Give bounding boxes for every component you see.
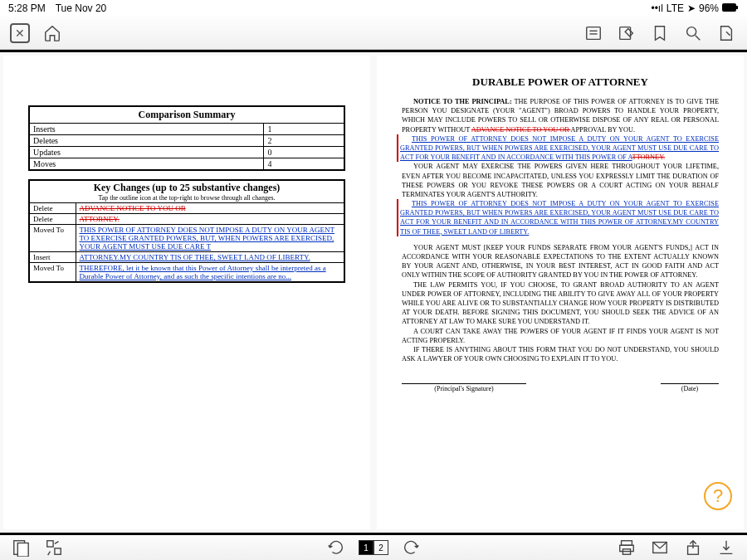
- close-button[interactable]: ✕: [10, 23, 30, 43]
- edit-icon[interactable]: [616, 22, 637, 44]
- status-bar: 5:28 PM Tue Nov 20 ••ıl LTE ➤ 96%: [0, 0, 747, 17]
- share-icon[interactable]: [682, 537, 704, 558]
- svg-rect-9: [17, 543, 28, 558]
- page-num-2[interactable]: 2: [374, 540, 388, 555]
- mail-icon[interactable]: [649, 537, 671, 558]
- status-time: 5:28 PM: [8, 2, 46, 14]
- toolbar-bottom: 1 2: [0, 535, 747, 560]
- print-icon[interactable]: [616, 537, 637, 558]
- document-viewport[interactable]: Comparison Summary Inserts1 Deletes2 Upd…: [0, 50, 747, 535]
- page-2: DURABLE POWER OF ATTORNEY NOTICE TO THE …: [377, 56, 744, 529]
- battery-icon: [722, 2, 739, 14]
- status-date: Tue Nov 20: [56, 2, 107, 14]
- key-changes-table: Key Changes (up to 25 substantive change…: [28, 179, 345, 283]
- annotate-icon[interactable]: [715, 22, 737, 44]
- svg-rect-10: [47, 541, 53, 547]
- thumbnails-icon[interactable]: [10, 537, 32, 558]
- page-navigator[interactable]: 1 2: [359, 540, 388, 555]
- help-button[interactable]: ?: [704, 482, 732, 510]
- comparison-summary-table: Comparison Summary Inserts1 Deletes2 Upd…: [28, 105, 345, 171]
- page-1: Comparison Summary Inserts1 Deletes2 Upd…: [3, 56, 370, 529]
- status-battery: 96%: [699, 2, 719, 14]
- svg-rect-0: [722, 3, 736, 12]
- svg-rect-12: [622, 541, 632, 546]
- svg-rect-13: [620, 545, 634, 551]
- outline-icon[interactable]: [583, 22, 604, 44]
- view-mode-icon[interactable]: [43, 537, 65, 558]
- home-button[interactable]: [42, 22, 63, 44]
- svg-rect-11: [55, 548, 61, 554]
- toolbar-top: ✕: [0, 17, 747, 50]
- keychanges-subtitle: Tap the outline icon at the top-right to…: [33, 194, 340, 202]
- signature-row: (Principal's Signature) (Date): [402, 383, 719, 392]
- svg-rect-1: [736, 6, 738, 9]
- svg-point-6: [687, 27, 696, 36]
- document-title: DURABLE POWER OF ATTORNEY: [402, 75, 719, 89]
- undo-icon[interactable]: [325, 537, 347, 558]
- signal-icon: ••ıl: [651, 2, 662, 14]
- search-icon[interactable]: [682, 22, 704, 44]
- svg-rect-2: [587, 27, 601, 39]
- document-body: NOTICE TO THE PRINCIPAL: THE PURPOSE OF …: [402, 97, 719, 363]
- keychanges-title: Key Changes (up to 25 substantive change…: [33, 182, 340, 194]
- status-carrier: LTE: [666, 2, 684, 14]
- redo-icon[interactable]: [400, 537, 422, 558]
- svg-line-7: [696, 35, 701, 40]
- comparison-title: Comparison Summary: [29, 106, 344, 124]
- page-num-1[interactable]: 1: [359, 540, 374, 555]
- bookmark-icon[interactable]: [649, 22, 671, 44]
- download-icon[interactable]: [715, 537, 737, 558]
- location-icon: ➤: [687, 2, 696, 14]
